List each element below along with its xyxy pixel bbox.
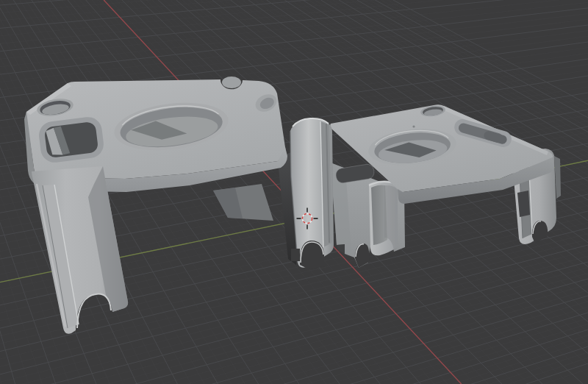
viewport-container — [0, 0, 588, 384]
leg-notch — [291, 249, 300, 261]
viewport-3d[interactable] — [0, 0, 588, 384]
bracket-left-column-leg — [290, 118, 334, 269]
bracket-left-slot — [37, 115, 105, 164]
leg-notch — [517, 191, 530, 217]
surface-vertex-dot — [412, 125, 415, 127]
edge-scallop — [222, 77, 241, 88]
